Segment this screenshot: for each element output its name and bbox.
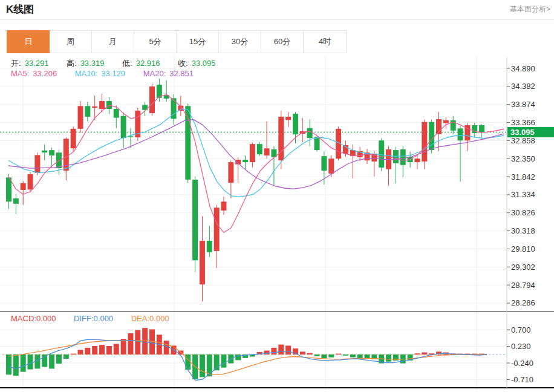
candle-body [278, 117, 284, 160]
candle-body [243, 160, 248, 162]
candle-body [85, 106, 90, 117]
tab-8[interactable]: 4时 [304, 31, 346, 53]
candle [149, 83, 155, 116]
candle-body [28, 174, 33, 189]
candle-body [307, 128, 313, 138]
candle [13, 194, 19, 214]
candlestick-series [6, 79, 484, 301]
candle-body [393, 150, 399, 163]
dea-label: DEA: [131, 314, 149, 323]
tab-1[interactable]: 日 [7, 30, 50, 53]
candle [6, 174, 11, 209]
macd-bar [414, 353, 420, 354]
candle [42, 145, 47, 160]
candle-body [221, 201, 227, 211]
candle [192, 177, 198, 273]
candle [257, 142, 262, 156]
candle-body [285, 117, 291, 120]
high-value: 33.319 [80, 59, 105, 68]
price-tick-label: 31.334 [511, 190, 535, 199]
candle-body [293, 114, 298, 134]
macd-bar [164, 341, 169, 354]
macd-bar [106, 346, 112, 354]
candle [135, 108, 140, 141]
macd-bar [350, 354, 356, 358]
macd-bar [422, 352, 427, 354]
candle [300, 118, 305, 142]
diff-label: DIFF: [74, 314, 94, 323]
candle [479, 124, 484, 139]
tab-6[interactable]: 30分 [219, 31, 261, 53]
macd-bar [121, 339, 126, 354]
macd-bar [85, 348, 90, 354]
candle-body [328, 158, 334, 174]
candle-body [13, 198, 19, 204]
macd-bar [365, 354, 370, 358]
close-value: 33.095 [192, 59, 216, 68]
candle [64, 137, 69, 180]
candle-body [250, 144, 255, 162]
ohlc-row: 开:33.291 高:33.319 低:32.916 收:33.095 [11, 58, 219, 69]
candle-body [6, 177, 11, 201]
macd-bar [13, 354, 19, 376]
candle-body [207, 241, 212, 252]
macd-bar [357, 354, 363, 358]
macd-tick-label: -0.710 [511, 375, 533, 384]
candle-body [257, 144, 262, 154]
candle [185, 103, 191, 183]
candle-body [121, 116, 126, 138]
tab-2[interactable]: 周 [50, 31, 92, 53]
low-value: 32.916 [136, 59, 160, 68]
price-tick-label: 32.350 [511, 154, 535, 163]
macd-bar [221, 354, 227, 368]
candle-body [414, 158, 420, 162]
candle [278, 111, 284, 169]
tab-4[interactable]: 5分 [134, 31, 177, 53]
macd-bar [321, 354, 327, 358]
tab-3[interactable]: 月 [92, 31, 134, 53]
candle-body [149, 87, 155, 113]
macd-bar [135, 330, 140, 354]
header: K线图 基本面分析> [6, 2, 550, 18]
period-tabs: 日周月5分15分30分60分4时 [7, 30, 347, 53]
price-tick-label: 31.842 [511, 172, 535, 181]
macd-bar [99, 345, 105, 354]
macd-row: MACD:0.000 DIFF:0.000 DEA:0.000 [11, 314, 173, 323]
diff-line [8, 339, 487, 380]
tab-7[interactable]: 60分 [261, 31, 304, 53]
macd-bar [78, 350, 83, 354]
candle-body [42, 151, 47, 153]
price-tick-label: 32.858 [511, 136, 535, 145]
last-price-badge-text: 33.095 [510, 128, 535, 137]
macd-bar [71, 354, 76, 354]
tab-5[interactable]: 15分 [177, 31, 219, 53]
macd-bar [314, 354, 320, 356]
candle [243, 155, 248, 169]
macd-bar [42, 354, 47, 367]
macd-bar [307, 353, 313, 354]
price-tick-label: 30.826 [511, 208, 535, 217]
macd-bar [300, 351, 305, 354]
price-tick-label: 34.382 [511, 82, 535, 91]
macd-bar [6, 354, 11, 374]
gridlines [0, 56, 507, 392]
candle-body [321, 156, 327, 171]
candle [357, 147, 363, 162]
macd-bar [271, 348, 276, 354]
candle [307, 119, 313, 146]
candle-body [106, 101, 112, 109]
macd-tick-label: 0.230 [511, 342, 531, 351]
price-tick-label: 28.794 [511, 281, 535, 290]
candle [293, 112, 298, 143]
candle [458, 126, 463, 182]
candle [250, 143, 255, 168]
candle [200, 216, 205, 301]
macd-bar [49, 354, 54, 368]
candle [271, 146, 276, 186]
macd-bar [92, 346, 97, 354]
macd-tick-label: -0.240 [511, 359, 533, 368]
fundamental-analysis-link[interactable]: 基本面分析> [510, 4, 550, 15]
candle-body [71, 129, 76, 148]
dea-value: 0.000 [149, 314, 169, 323]
candle [207, 226, 212, 257]
